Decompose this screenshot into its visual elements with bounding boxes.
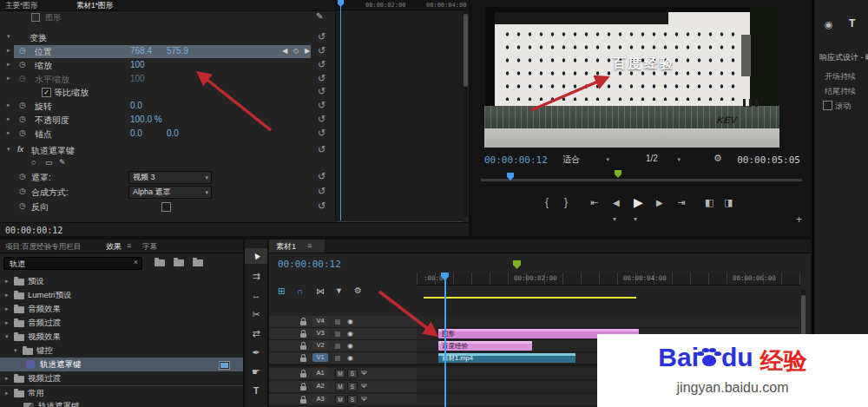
chevron-right-icon[interactable]: ▸ (5, 375, 9, 382)
go-to-in-icon[interactable]: ⇤ (590, 197, 598, 208)
clip-title[interactable]: 百度经验 (438, 341, 532, 351)
chevron-down-icon[interactable]: ▾ (7, 146, 10, 153)
chevron-right-icon[interactable]: ▸ (5, 292, 9, 299)
play-button-icon[interactable]: ▶ (634, 195, 643, 209)
timeline-timecode[interactable]: 00:00:00:12 (278, 259, 341, 270)
opacity-row[interactable]: ▸ ◷ 不透明度 100.0 % ↺ (0, 114, 335, 127)
clip-video[interactable]: 素材1.mp4 (438, 353, 575, 363)
track-name[interactable]: A1 (312, 369, 328, 377)
lock-icon[interactable] (300, 333, 306, 338)
reset-icon[interactable]: ↺ (318, 171, 326, 182)
lock-icon[interactable] (300, 373, 306, 377)
chevron-right-icon[interactable]: ▸ (7, 115, 10, 122)
linked-selection-icon[interactable]: ⋈ (316, 286, 325, 296)
track-lane-v4[interactable] (417, 316, 800, 328)
chevron-right-icon[interactable]: ▸ (5, 319, 9, 326)
roll-checkbox[interactable] (823, 101, 832, 110)
eye-icon[interactable]: ◉ (347, 318, 353, 325)
hand-tool-icon[interactable]: ☛ (245, 366, 267, 377)
tab-captions[interactable]: 字幕 (142, 242, 157, 253)
position-x-value[interactable]: 768.4 (130, 46, 152, 56)
extract-icon[interactable]: ◨ (724, 197, 733, 208)
reset-icon[interactable]: ↺ (318, 45, 326, 56)
fit-dropdown[interactable]: 适合 ▾ (562, 154, 609, 166)
vertical-scrollbar-thumb[interactable] (464, 14, 468, 87)
settings-wrench-icon[interactable]: ⚙ (713, 153, 722, 164)
transform-section-row[interactable]: ▾ 变换 ↺ (0, 31, 335, 44)
track-header-a2[interactable]: A2 M S Ψ (269, 381, 417, 393)
panel-menu-icon[interactable]: ≡ (307, 241, 312, 250)
list-item[interactable]: ▸ 常用 (0, 385, 243, 400)
sync-lock-icon[interactable] (335, 356, 340, 361)
track-select-tool-icon[interactable]: ⇉ (245, 271, 267, 282)
position-row[interactable]: ▸ ◷ 位置 768.4 575.9 ◀ ◇ ▶ ↺ (0, 45, 335, 58)
chevron-right-icon[interactable]: ▸ (5, 278, 9, 285)
reset-icon[interactable]: ↺ (318, 186, 326, 197)
tab-master-clip[interactable]: 主要*图形 (5, 1, 37, 11)
eye-icon[interactable]: ◉ (347, 354, 353, 362)
button-editor-caret-icon[interactable]: ▾ (613, 215, 616, 223)
chevron-right-icon[interactable]: ▸ (7, 47, 10, 54)
mute-button[interactable]: M (335, 382, 345, 391)
panel-menu-icon[interactable]: ≡ (127, 241, 131, 250)
lock-icon[interactable] (300, 321, 306, 325)
mic-icon[interactable]: Ψ (361, 369, 367, 377)
track-header-v4[interactable]: V4 ◉ (269, 316, 417, 328)
anchor-x-value[interactable]: 0.0 (130, 128, 142, 138)
composite-row[interactable]: ◷ 合成方式: Alpha 遮罩 ▾ ↺ (0, 186, 335, 199)
snap-icon[interactable]: ∩ (297, 286, 303, 296)
keyframe-lane[interactable]: 00:00:02:00 00:00:04:00 (335, 0, 464, 220)
sequence-marker-icon[interactable] (615, 170, 621, 178)
reset-icon[interactable]: ↺ (318, 200, 326, 212)
uniform-scale-row[interactable]: ✓ 等比缩放 ↺ (0, 86, 335, 99)
type-tool-icon[interactable]: T (245, 385, 267, 396)
mark-in-icon[interactable]: { (545, 196, 549, 208)
step-back-icon[interactable]: ◀ (613, 198, 620, 207)
list-item[interactable]: ▾ 键控 (0, 344, 243, 358)
track-header-v2[interactable]: V2 ◉ (269, 340, 417, 352)
add-marker-icon[interactable]: ▼ (335, 286, 343, 295)
lock-icon[interactable] (300, 345, 306, 350)
eye-icon[interactable]: ◉ (347, 342, 353, 350)
program-timecode[interactable]: 00:00:00:12 (484, 154, 548, 166)
razor-tool-icon[interactable]: ✂ (245, 309, 267, 320)
track-name[interactable]: V2 (312, 341, 328, 350)
composite-dropdown[interactable]: Alpha 遮罩 ▾ (128, 186, 212, 199)
track-name[interactable]: V3 (312, 329, 328, 338)
playhead-line[interactable] (340, 0, 341, 220)
list-item[interactable]: 轨道遮罩键 (0, 399, 243, 407)
add-keyframe-icon[interactable]: ◇ (293, 47, 299, 55)
program-scrubber-track[interactable] (481, 179, 802, 181)
list-item[interactable]: ▸ 音频过渡 (0, 316, 243, 330)
playhead-line[interactable] (444, 272, 446, 407)
track-matte-effect-row[interactable]: ▾ fx 轨道遮罩键 ↺ (0, 144, 335, 157)
chevron-down-icon[interactable]: ▾ (5, 333, 9, 340)
pen-mask-icon[interactable]: ✎ (59, 158, 66, 167)
stopwatch-icon[interactable]: ◷ (19, 60, 26, 69)
position-y-value[interactable]: 575.9 (167, 46, 188, 56)
new-preset-bin-icon[interactable] (174, 259, 184, 266)
stopwatch-icon[interactable]: ◷ (19, 115, 26, 123)
reset-icon[interactable]: ↺ (318, 59, 326, 70)
chevron-right-icon[interactable]: ▸ (7, 129, 10, 136)
pen-tool-icon[interactable]: ✒ (245, 347, 267, 358)
button-editor-caret-icon[interactable]: ▾ (634, 215, 637, 223)
chevron-right-icon[interactable]: ▸ (7, 102, 10, 108)
mic-icon[interactable]: Ψ (361, 395, 367, 403)
matte-dropdown[interactable]: 视频 3 ▾ (128, 171, 212, 184)
opacity-value[interactable]: 100.0 % (130, 115, 162, 124)
chevron-right-icon[interactable]: ▸ (5, 390, 9, 397)
rotation-row[interactable]: ▸ ◷ 旋转 0.0 ↺ (0, 100, 335, 113)
step-forward-icon[interactable]: ▶ (656, 198, 663, 207)
mark-out-icon[interactable]: } (564, 196, 568, 208)
timeline-settings-wrench-icon[interactable]: ⚙ (354, 286, 362, 295)
type-icon[interactable]: T (849, 17, 855, 30)
effects-search-input[interactable]: 轨道 × (3, 257, 142, 270)
track-header-a3[interactable]: A3 M S Ψ (269, 394, 417, 406)
go-to-out-icon[interactable]: ⇥ (677, 197, 685, 208)
mute-button[interactable]: M (335, 395, 345, 404)
solo-button[interactable]: S (347, 369, 358, 378)
tab-project[interactable]: 项目:百度经验专用栏目 (5, 242, 81, 253)
uniform-scale-checkbox[interactable]: ✓ (42, 88, 51, 97)
clear-search-icon[interactable]: × (134, 258, 138, 266)
